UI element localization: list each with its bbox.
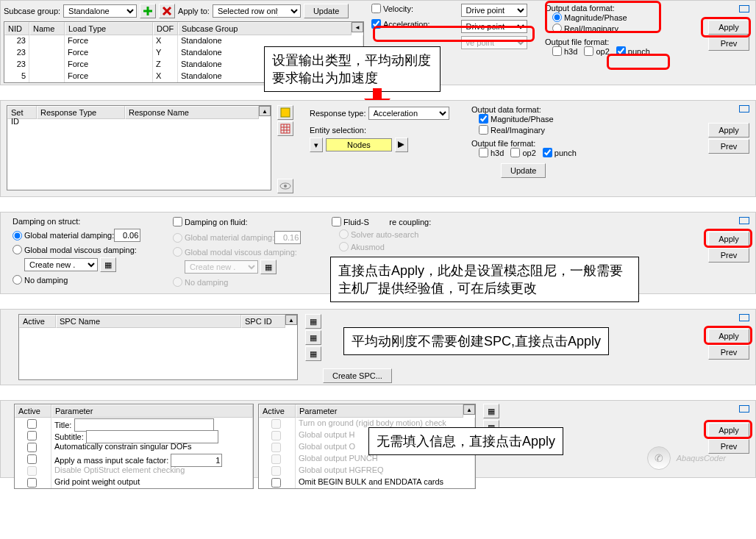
eye-icon[interactable] bbox=[277, 179, 293, 193]
th-subgroup: Subcase Group bbox=[178, 22, 352, 35]
add-icon[interactable] bbox=[140, 4, 156, 18]
hidden-select: ve point bbox=[461, 36, 527, 49]
table-row[interactable]: Grid point weight output bbox=[15, 476, 253, 488]
create-select[interactable]: Create new ... bbox=[24, 258, 98, 271]
gmd-radio[interactable] bbox=[13, 231, 22, 240]
watermark: ✆ AbaqusCoder bbox=[647, 446, 726, 470]
mag-radio[interactable] bbox=[552, 13, 562, 22]
prev-button[interactable]: Prev bbox=[708, 248, 749, 263]
panel-subcase: Subcase group: Standalone Apply to: Sele… bbox=[0, 0, 756, 85]
table-row[interactable]: Title: bbox=[15, 418, 253, 429]
grid-icon[interactable] bbox=[277, 121, 293, 136]
table-row[interactable]: 23ForceXStandalone bbox=[4, 35, 363, 47]
cal-icon[interactable]: ▦ bbox=[100, 257, 116, 272]
gmvd-radio[interactable] bbox=[13, 245, 22, 254]
entity-label: Entity selection: bbox=[310, 126, 449, 135]
prev-button[interactable]: Prev bbox=[708, 139, 749, 154]
table-row[interactable]: Omit BEGIN BULK and ENDDATA cards bbox=[259, 476, 475, 488]
gmd-input[interactable] bbox=[114, 229, 140, 242]
svg-rect-1 bbox=[281, 124, 290, 133]
punch-check[interactable] bbox=[616, 46, 626, 56]
cal2-icon: ▦ bbox=[260, 260, 277, 274]
panel-response: Set ID Response Type Response Name ▲ Res… bbox=[0, 100, 756, 197]
real-radio[interactable] bbox=[552, 24, 562, 33]
gmvd2-radio bbox=[173, 247, 182, 257]
off-label: Output file format: bbox=[471, 139, 581, 148]
window-icon[interactable] bbox=[739, 405, 749, 413]
sas-radio bbox=[339, 229, 349, 239]
tool-icon[interactable]: ▦ bbox=[305, 330, 321, 345]
fsc-check[interactable] bbox=[332, 217, 341, 226]
last-icon[interactable]: ⯈ bbox=[395, 138, 408, 152]
window-icon[interactable] bbox=[739, 5, 749, 13]
window-icon[interactable] bbox=[739, 314, 749, 321]
nodamp-radio[interactable] bbox=[13, 275, 22, 285]
acceleration-check[interactable] bbox=[371, 19, 381, 29]
velocity-check[interactable] bbox=[371, 4, 381, 13]
punch-check[interactable] bbox=[543, 148, 552, 157]
scroll-up-icon[interactable]: ▲ bbox=[259, 106, 271, 116]
op2-check[interactable] bbox=[584, 46, 593, 56]
odf-label: Output data format: bbox=[471, 105, 581, 114]
param-table-left: ActiveParameter Title: Subtitle: Automat… bbox=[14, 404, 254, 489]
op2-check[interactable] bbox=[510, 148, 520, 157]
th-spcid: SPC ID bbox=[241, 315, 285, 328]
response-type-label: Response type: bbox=[310, 109, 365, 118]
dos-label: Damping on struct: bbox=[13, 217, 160, 226]
panel-params: ActiveParameter Title: Subtitle: Automat… bbox=[0, 400, 756, 478]
update-button[interactable]: Update bbox=[501, 163, 546, 178]
svg-point-3 bbox=[284, 185, 287, 188]
th-resptype: Response Type bbox=[37, 106, 125, 119]
dof-check[interactable] bbox=[173, 217, 182, 226]
th-active: Active bbox=[15, 404, 51, 418]
table-row[interactable]: Automatically constrain singular DOFs bbox=[15, 441, 253, 453]
mag-check[interactable] bbox=[479, 114, 488, 124]
apply-button[interactable]: Apply bbox=[708, 123, 749, 138]
h3d-check[interactable] bbox=[479, 148, 488, 157]
annotation-text: 无需填入信息，直接点击Apply bbox=[368, 427, 563, 455]
window-icon[interactable] bbox=[739, 105, 749, 113]
real-check[interactable] bbox=[479, 125, 488, 135]
prev-button[interactable]: Prev bbox=[708, 36, 749, 51]
spc-table: Active SPC Name SPC ID ▲ bbox=[18, 314, 298, 380]
wechat-icon: ✆ bbox=[647, 446, 671, 470]
delete-icon[interactable] bbox=[159, 4, 175, 18]
tool-icon[interactable] bbox=[277, 105, 293, 120]
tool-icon[interactable]: ▦ bbox=[483, 404, 499, 418]
window-icon[interactable] bbox=[739, 217, 749, 224]
tool-icon[interactable]: ▦ bbox=[305, 346, 321, 361]
response-type-select[interactable]: Acceleration bbox=[368, 107, 449, 120]
th-name: Name bbox=[29, 22, 65, 35]
table-row[interactable]: Apply a mass input scale factor: bbox=[15, 453, 253, 465]
scroll-left-icon[interactable]: ◄ bbox=[352, 22, 363, 32]
table-row[interactable]: Subtitle: bbox=[15, 429, 253, 441]
th-active: Active bbox=[19, 315, 56, 328]
velocity-select[interactable]: Drive point bbox=[461, 4, 527, 17]
first-icon[interactable]: ▾ bbox=[310, 138, 323, 152]
apply-button[interactable]: Apply bbox=[708, 20, 749, 35]
apply-button[interactable]: Apply bbox=[708, 329, 749, 343]
annotation-text: 平均动刚度不需要创建SPC,直接点击Apply bbox=[343, 327, 609, 355]
th-param: Parameter bbox=[296, 404, 463, 418]
update-button[interactable]: Update bbox=[304, 4, 349, 18]
response-table: Set ID Response Type Response Name ▲ bbox=[7, 105, 271, 190]
th-loadtype: Load Type bbox=[65, 22, 153, 35]
apply-button[interactable]: Apply bbox=[708, 423, 749, 438]
panel-damping: Damping on struct: Global material dampi… bbox=[0, 212, 756, 294]
prev-button[interactable]: Prev bbox=[708, 345, 749, 360]
acceleration-select[interactable]: Drive point bbox=[461, 20, 527, 33]
output-data-format-label: Output data format: bbox=[545, 4, 655, 13]
create2-select: Create new ... bbox=[185, 260, 258, 274]
subcase-group-select[interactable]: Standalone bbox=[63, 4, 137, 18]
h3d-check[interactable] bbox=[552, 46, 562, 56]
create-spc-button[interactable]: Create SPC... bbox=[323, 368, 392, 383]
gmd2-radio bbox=[173, 233, 182, 243]
gmd2-input bbox=[274, 231, 301, 244]
scroll-up-icon[interactable]: ▲ bbox=[285, 315, 297, 325]
apply-button[interactable]: Apply bbox=[708, 232, 749, 246]
tool-icon[interactable]: ▦ bbox=[305, 314, 321, 329]
nodes-button[interactable]: Nodes bbox=[326, 138, 392, 151]
apply-to-select[interactable]: Selected row only bbox=[213, 4, 301, 18]
apply-to-label: Apply to: bbox=[178, 7, 210, 15]
scroll-up-icon[interactable]: ▲ bbox=[463, 404, 475, 415]
